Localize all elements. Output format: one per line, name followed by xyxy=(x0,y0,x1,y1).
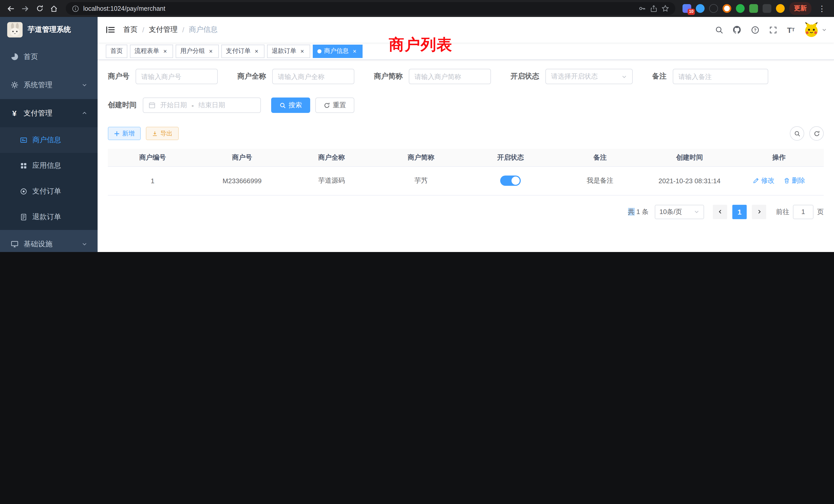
filter-row-2: 创建时间 开始日期 - 结束日期 搜索 xyxy=(108,97,824,113)
address-bar[interactable]: localhost:1024/pay/merchant xyxy=(66,2,675,15)
merchant-no-input[interactable] xyxy=(136,69,218,84)
sidebar-item-infra[interactable]: 基础设施 xyxy=(0,230,97,252)
help-icon[interactable]: ? xyxy=(750,25,760,35)
fullscreen-icon[interactable] xyxy=(768,25,778,35)
chevron-down-icon xyxy=(621,74,627,79)
status-toggle[interactable] xyxy=(500,176,521,186)
reset-button[interactable]: 重置 xyxy=(315,97,354,113)
tab-merchant-info[interactable]: 商户信息 × xyxy=(313,44,363,58)
merchant-short-input-field[interactable] xyxy=(414,73,485,80)
navbar-actions: ? TT xyxy=(714,22,834,38)
url-text: localhost:1024/pay/merchant xyxy=(83,5,634,12)
add-button-label: 新增 xyxy=(122,129,135,138)
add-button[interactable]: 新增 xyxy=(108,127,141,140)
col-remark: 备注 xyxy=(555,149,645,166)
extension-icon-6[interactable] xyxy=(749,4,758,13)
extension-icon-4[interactable] xyxy=(723,4,731,13)
sidebar-item-pay-order[interactable]: 支付订单 xyxy=(0,179,97,204)
page-size-select[interactable]: 10条/页 xyxy=(655,205,704,219)
gear-icon xyxy=(10,81,19,89)
refresh-icon xyxy=(813,130,820,137)
password-key-icon[interactable] xyxy=(638,5,646,12)
browser-update-button[interactable]: 更新 xyxy=(789,2,811,15)
filter-merchant-no: 商户号 xyxy=(108,69,218,84)
user-menu[interactable] xyxy=(804,22,827,38)
extension-icon-5[interactable] xyxy=(736,4,745,13)
search-button-label: 搜索 xyxy=(289,100,302,110)
delete-link[interactable]: 删除 xyxy=(784,176,805,185)
extension-icon-1[interactable]: 10 xyxy=(682,4,691,13)
cell-status xyxy=(466,166,555,195)
sidebar-item-label: 基础设施 xyxy=(24,239,52,249)
field-label: 备注 xyxy=(652,72,666,81)
tab-close-icon[interactable]: × xyxy=(207,48,214,54)
merchant-no-input-field[interactable] xyxy=(141,73,212,80)
total-count-rest: 1 条 xyxy=(635,208,649,215)
tab-label: 支付订单 xyxy=(226,47,250,55)
refresh-table-button[interactable] xyxy=(809,126,824,141)
grid-icon xyxy=(20,162,27,169)
tab-close-icon[interactable]: × xyxy=(162,48,169,54)
yen-icon: ¥ xyxy=(10,109,19,117)
breadcrumb: 首页 / 支付管理 / 商户信息 xyxy=(123,25,218,35)
export-button-label: 导出 xyxy=(160,129,173,138)
breadcrumb-section[interactable]: 支付管理 xyxy=(149,25,178,35)
user-avatar xyxy=(804,22,819,38)
total-count: 共 1 条 xyxy=(628,207,649,216)
tab-refund-order[interactable]: 退款订单 × xyxy=(267,44,310,58)
tab-user-group[interactable]: 用户分组 × xyxy=(176,44,219,58)
field-label: 商户号 xyxy=(108,72,129,81)
merchant-name-input[interactable] xyxy=(272,69,354,84)
sidebar-item-merchant-info[interactable]: 商户信息 xyxy=(0,127,97,153)
extension-icon-7[interactable] xyxy=(763,4,771,13)
browser-forward-button[interactable] xyxy=(19,2,32,15)
remark-input-field[interactable] xyxy=(678,73,763,80)
merchant-name-input-field[interactable] xyxy=(278,73,349,80)
next-page-button[interactable] xyxy=(752,205,766,219)
browser-reload-button[interactable] xyxy=(33,2,46,15)
browser-profile-avatar[interactable] xyxy=(776,4,785,13)
edit-link[interactable]: 修改 xyxy=(753,176,774,185)
tab-process-form[interactable]: 流程表单 × xyxy=(130,44,173,58)
extension-icon-2[interactable] xyxy=(696,4,705,13)
header-search-icon[interactable] xyxy=(714,25,724,35)
breadcrumb-home[interactable]: 首页 xyxy=(123,25,138,35)
tab-close-icon[interactable]: × xyxy=(351,48,358,54)
status-select[interactable]: 请选择开启状态 xyxy=(545,69,633,84)
sidebar-item-refund-order[interactable]: 退款订单 xyxy=(0,204,97,230)
search-button[interactable]: 搜索 xyxy=(271,97,310,113)
bookmark-star-icon[interactable] xyxy=(661,5,669,12)
toggle-search-button[interactable] xyxy=(790,126,804,141)
tab-home[interactable]: 首页 xyxy=(106,44,127,58)
filter-create-time: 创建时间 开始日期 - 结束日期 xyxy=(108,97,261,113)
sidebar-item-home[interactable]: 首页 xyxy=(0,43,97,71)
app-logo-row[interactable]: 芋道管理系统 xyxy=(0,17,97,43)
extension-icon-3[interactable] xyxy=(709,4,718,13)
browser-menu-icon[interactable]: ⋮ xyxy=(816,4,828,13)
date-range-picker[interactable]: 开始日期 - 结束日期 xyxy=(143,97,261,113)
share-icon[interactable] xyxy=(650,5,657,12)
github-icon[interactable] xyxy=(732,25,742,35)
goto-page-input[interactable] xyxy=(793,205,813,219)
export-button[interactable]: 导出 xyxy=(146,127,179,140)
sidebar-item-pay[interactable]: ¥ 支付管理 xyxy=(0,99,97,127)
sidebar-toggle-button[interactable] xyxy=(97,17,123,43)
browser-home-button[interactable] xyxy=(47,2,61,15)
cell-create-time: 2021-10-23 08:31:14 xyxy=(645,166,734,195)
tab-close-icon[interactable]: × xyxy=(299,48,306,54)
remark-input[interactable] xyxy=(673,69,768,84)
download-icon xyxy=(152,131,158,136)
page-number-button[interactable]: 1 xyxy=(732,205,747,219)
font-size-icon[interactable]: TT xyxy=(786,25,796,35)
table-toolbar: 新增 导出 xyxy=(108,126,824,141)
sidebar-item-app-info[interactable]: 应用信息 xyxy=(0,153,97,179)
site-info-icon[interactable] xyxy=(72,5,79,12)
tab-close-icon[interactable]: × xyxy=(253,48,260,54)
merchant-short-input[interactable] xyxy=(409,69,491,84)
prev-page-button[interactable] xyxy=(713,205,727,219)
target-circle-icon xyxy=(20,188,27,195)
tab-label: 退款订单 xyxy=(272,47,296,55)
tab-pay-order[interactable]: 支付订单 × xyxy=(221,44,264,58)
browser-back-button[interactable] xyxy=(4,2,18,15)
sidebar-item-system[interactable]: 系统管理 xyxy=(0,71,97,99)
